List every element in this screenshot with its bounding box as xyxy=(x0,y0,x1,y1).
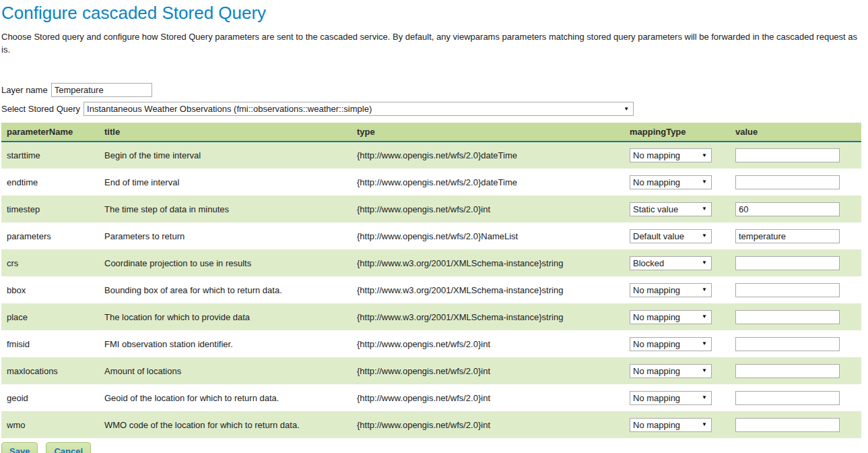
mapping-type-cell: No mapping ▼ xyxy=(624,330,730,357)
value-cell xyxy=(730,195,861,222)
param-title-cell: Amount of locations xyxy=(99,357,352,384)
page-description: Choose Stored query and configure how St… xyxy=(1,30,864,56)
param-type-cell: {http://www.opengis.net/wfs/2.0}int xyxy=(352,384,624,411)
table-row: starttime Begin of the time interval {ht… xyxy=(1,142,861,169)
param-value-input[interactable] xyxy=(735,391,840,405)
param-value-input[interactable] xyxy=(735,418,840,432)
cancel-button[interactable]: Cancel xyxy=(46,442,91,453)
param-title-cell: The time step of data in minutes xyxy=(99,195,352,222)
mapping-type-select[interactable]: No mapping xyxy=(630,175,712,189)
value-cell xyxy=(730,169,861,195)
save-button[interactable]: Save xyxy=(1,442,38,453)
param-name-cell: wmo xyxy=(1,411,99,438)
param-title-cell: End of time interval xyxy=(99,169,352,195)
mapping-type-cell: No mapping ▼ xyxy=(624,142,730,169)
value-cell xyxy=(730,276,861,303)
mapping-type-cell: No mapping ▼ xyxy=(624,411,730,438)
param-type-cell: {http://www.opengis.net/wfs/2.0}dateTime xyxy=(352,142,624,169)
mapping-type-select-wrap: No mapping ▼ xyxy=(630,391,712,405)
mapping-type-cell: Static value ▼ xyxy=(624,195,730,222)
value-cell xyxy=(730,249,861,276)
param-type-cell: {http://www.opengis.net/wfs/2.0}int xyxy=(352,357,624,384)
param-type-cell: {http://www.w3.org/2001/XMLSchema-instan… xyxy=(352,303,624,330)
table-row: wmo WMO code of the location for which t… xyxy=(1,411,861,438)
table-row: crs Coordinate projection to use in resu… xyxy=(1,249,861,276)
parameter-table-body: starttime Begin of the time interval {ht… xyxy=(1,142,861,438)
header-type: type xyxy=(352,123,624,142)
mapping-type-select-wrap: No mapping ▼ xyxy=(630,148,712,162)
mapping-type-cell: No mapping ▼ xyxy=(624,384,730,411)
param-name-cell: bbox xyxy=(1,276,99,303)
configure-stored-query-page: Configure cascaded Stored Query Choose S… xyxy=(0,0,868,453)
param-title-cell: Begin of the time interval xyxy=(99,142,352,169)
param-value-input[interactable] xyxy=(735,175,840,189)
param-type-cell: {http://www.opengis.net/wfs/2.0}dateTime xyxy=(352,169,624,195)
table-header-row: parameterName title type mappingType val… xyxy=(1,123,861,142)
param-name-cell: endtime xyxy=(1,169,99,195)
value-cell xyxy=(730,384,861,411)
layer-name-row: Layer name xyxy=(1,83,864,97)
param-type-cell: {http://www.opengis.net/wfs/2.0}int xyxy=(352,411,624,438)
param-title-cell: FMI observation station identifier. xyxy=(99,330,352,357)
mapping-type-cell: Default value ▼ xyxy=(624,222,730,249)
param-type-cell: {http://www.w3.org/2001/XMLSchema-instan… xyxy=(352,249,624,276)
mapping-type-select-wrap: No mapping ▼ xyxy=(630,337,712,351)
mapping-type-select[interactable]: Static value xyxy=(630,202,712,216)
header-title: title xyxy=(99,123,352,142)
param-value-input[interactable] xyxy=(735,256,840,270)
value-cell xyxy=(730,142,861,169)
param-value-input[interactable] xyxy=(735,148,840,162)
mapping-type-select[interactable]: No mapping xyxy=(630,418,712,432)
param-name-cell: starttime xyxy=(1,142,99,169)
table-row: place The location for which to provide … xyxy=(1,303,861,330)
param-title-cell: Coordinate projection to use in results xyxy=(99,249,352,276)
value-cell xyxy=(730,222,861,249)
param-title-cell: Geoid of the location for which to retur… xyxy=(99,384,352,411)
param-value-input[interactable] xyxy=(735,283,840,297)
param-title-cell: Parameters to return xyxy=(99,222,352,249)
mapping-type-select-wrap: Default value ▼ xyxy=(630,229,712,243)
mapping-type-cell: No mapping ▼ xyxy=(624,169,730,195)
mapping-type-cell: No mapping ▼ xyxy=(624,357,730,384)
param-name-cell: place xyxy=(1,303,99,330)
mapping-type-select[interactable]: No mapping xyxy=(630,391,712,405)
header-mapping-type: mappingType xyxy=(624,123,730,142)
mapping-type-select[interactable]: No mapping xyxy=(630,148,712,162)
layer-name-input[interactable] xyxy=(51,83,152,97)
stored-query-label: Select Stored Query xyxy=(1,104,80,114)
mapping-type-select-wrap: Blocked ▼ xyxy=(630,256,712,270)
header-value: value xyxy=(730,123,861,142)
param-value-input[interactable] xyxy=(735,337,840,351)
stored-query-row: Select Stored Query Instantaneous Weathe… xyxy=(1,102,864,116)
stored-query-select[interactable]: Instantaneous Weather Observations (fmi:… xyxy=(84,102,634,116)
mapping-type-select[interactable]: No mapping xyxy=(630,337,712,351)
mapping-type-select-wrap: No mapping ▼ xyxy=(630,418,712,432)
mapping-type-select[interactable]: Blocked xyxy=(630,256,712,270)
param-value-input[interactable] xyxy=(735,229,840,243)
param-value-input[interactable] xyxy=(735,364,840,378)
value-cell xyxy=(730,411,861,438)
param-value-input[interactable] xyxy=(735,310,840,324)
mapping-type-select-wrap: Static value ▼ xyxy=(630,202,712,216)
table-row: endtime End of time interval {http://www… xyxy=(1,169,861,195)
param-name-cell: geoid xyxy=(1,384,99,411)
mapping-type-cell: Blocked ▼ xyxy=(624,249,730,276)
mapping-type-select[interactable]: Default value xyxy=(630,229,712,243)
mapping-type-select-wrap: No mapping ▼ xyxy=(630,175,712,189)
value-cell xyxy=(730,330,861,357)
mapping-type-select[interactable]: No mapping xyxy=(630,364,712,378)
table-row: parameters Parameters to return {http://… xyxy=(1,222,861,249)
param-type-cell: {http://www.opengis.net/wfs/2.0}int xyxy=(352,330,624,357)
mapping-type-select[interactable]: No mapping xyxy=(630,283,712,297)
mapping-type-cell: No mapping ▼ xyxy=(624,276,730,303)
param-type-cell: {http://www.w3.org/2001/XMLSchema-instan… xyxy=(352,276,624,303)
stored-query-select-wrap: Instantaneous Weather Observations (fmi:… xyxy=(84,102,634,116)
param-title-cell: The location for which to provide data xyxy=(99,303,352,330)
header-parameter-name: parameterName xyxy=(1,123,99,142)
mapping-type-select[interactable]: No mapping xyxy=(630,310,712,324)
param-value-input[interactable] xyxy=(735,202,840,216)
layer-name-label: Layer name xyxy=(1,85,48,95)
param-title-cell: WMO code of the location for which to re… xyxy=(99,411,352,438)
table-row: fmisid FMI observation station identifie… xyxy=(1,330,861,357)
table-row: geoid Geoid of the location for which to… xyxy=(1,384,861,411)
